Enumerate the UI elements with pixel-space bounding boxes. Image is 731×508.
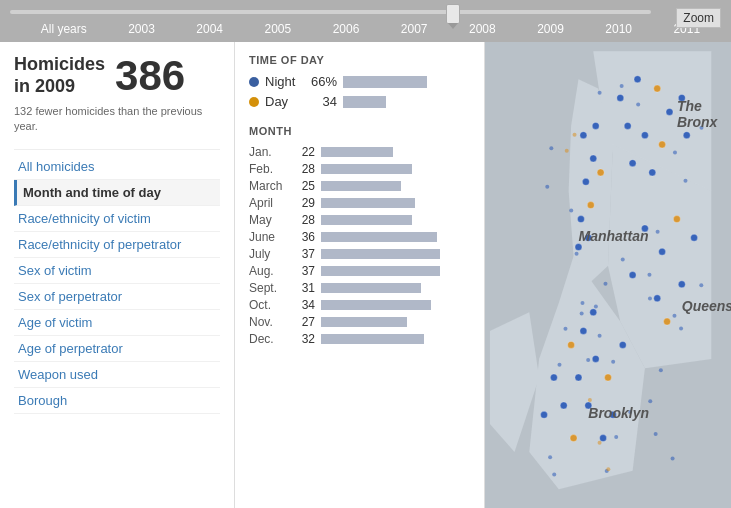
month-label: April [249,196,287,210]
month-value: 32 [293,332,315,346]
month-bar [321,215,412,225]
month-bar-wrap [321,198,470,208]
month-label: July [249,247,287,261]
map-place-label: Brooklyn [588,405,649,421]
year-label[interactable]: 2007 [401,22,428,36]
tod-dot [249,77,259,87]
tod-value: 34 [309,94,337,109]
month-section-title: MONTH [249,125,470,137]
month-bar-wrap [321,232,470,242]
tod-section-title: TIME OF DAY [249,54,470,66]
month-bar [321,181,401,191]
slider-track [10,10,651,14]
year-label[interactable]: All years [41,22,87,36]
month-bar [321,334,424,344]
month-item: Dec. 32 [249,332,470,346]
timeline-bar[interactable]: All years2003200420052006200720082009201… [0,0,731,42]
month-value: 37 [293,247,315,261]
month-bar-wrap [321,283,470,293]
sidebar-nav-item[interactable]: All homicides [14,154,220,180]
month-bar-wrap [321,215,470,225]
month-item: July 37 [249,247,470,261]
sidebar-nav-item[interactable]: Weapon used [14,362,220,388]
month-item: May 28 [249,213,470,227]
sidebar-nav-item[interactable]: Borough [14,388,220,414]
tod-bar [343,76,427,88]
month-bar-wrap [321,249,470,259]
homicide-count: 386 [115,52,185,100]
month-items: Jan. 22 Feb. 28 March 25 April 29 May 28… [249,145,470,346]
tod-label: Day [265,94,303,109]
month-value: 31 [293,281,315,295]
month-label: June [249,230,287,244]
tod-bar-wrap [343,76,470,88]
month-value: 27 [293,315,315,329]
year-label[interactable]: 2005 [265,22,292,36]
year-label[interactable]: 2006 [333,22,360,36]
map-area: The BronxManhattanBrooklynQueens [485,42,731,508]
sidebar-nav-item[interactable]: Race/ethnicity of perpetrator [14,232,220,258]
time-of-day-section: TIME OF DAY Night 66% Day 34 [249,54,470,109]
month-bar-wrap [321,300,470,310]
month-label: Jan. [249,145,287,159]
month-value: 28 [293,162,315,176]
year-label[interactable]: 2008 [469,22,496,36]
sidebar-nav-item[interactable]: Sex of perpetrator [14,284,220,310]
sidebar-nav-item[interactable]: Age of perpetrator [14,336,220,362]
month-label: Aug. [249,264,287,278]
month-value: 29 [293,196,315,210]
month-bar [321,249,440,259]
sidebar-nav-item[interactable]: Sex of victim [14,258,220,284]
tod-value: 66% [309,74,337,89]
zoom-button[interactable]: Zoom [676,8,721,28]
month-value: 25 [293,179,315,193]
month-section: MONTH Jan. 22 Feb. 28 March 25 April 29 … [249,125,470,346]
month-item: Sept. 31 [249,281,470,295]
tod-items: Night 66% Day 34 [249,74,470,109]
month-item: June 36 [249,230,470,244]
month-value: 28 [293,213,315,227]
month-value: 34 [293,298,315,312]
month-label: March [249,179,287,193]
year-label[interactable]: 2010 [605,22,632,36]
month-item: Nov. 27 [249,315,470,329]
month-value: 36 [293,230,315,244]
sidebar-nav: All homicidesMonth and time of dayRace/e… [14,149,220,414]
map-place-label: The Bronx [677,98,731,130]
tod-item: Day 34 [249,94,470,109]
month-bar [321,266,440,276]
year-labels: All years2003200420052006200720082009201… [10,22,731,36]
map-place-label: Queens [682,298,731,314]
content-panel: TIME OF DAY Night 66% Day 34 MONTH Jan. … [235,42,485,508]
page-title: Homicides in 2009 [14,54,105,97]
main-content: Homicides in 2009 386 132 fewer homicide… [0,42,731,508]
month-bar [321,147,393,157]
slider-handle[interactable] [446,4,460,24]
sidebar: Homicides in 2009 386 132 fewer homicide… [0,42,235,508]
sidebar-nav-item[interactable]: Age of victim [14,310,220,336]
year-label[interactable]: 2003 [128,22,155,36]
year-label[interactable]: 2009 [537,22,564,36]
subtitle: 132 fewer homicides than the previous ye… [14,104,220,135]
month-label: Dec. [249,332,287,346]
month-bar [321,300,431,310]
month-bar-wrap [321,164,470,174]
tod-bar-wrap [343,96,470,108]
month-bar [321,232,437,242]
tod-label: Night [265,74,303,89]
month-item: April 29 [249,196,470,210]
month-value: 22 [293,145,315,159]
tod-dot [249,97,259,107]
year-label[interactable]: 2004 [196,22,223,36]
month-item: Jan. 22 [249,145,470,159]
month-item: March 25 [249,179,470,193]
month-label: May [249,213,287,227]
month-label: Feb. [249,162,287,176]
month-bar-wrap [321,266,470,276]
sidebar-nav-item[interactable]: Month and time of day [14,180,220,206]
month-item: Feb. 28 [249,162,470,176]
month-value: 37 [293,264,315,278]
month-label: Nov. [249,315,287,329]
tod-item: Night 66% [249,74,470,89]
sidebar-nav-item[interactable]: Race/ethnicity of victim [14,206,220,232]
